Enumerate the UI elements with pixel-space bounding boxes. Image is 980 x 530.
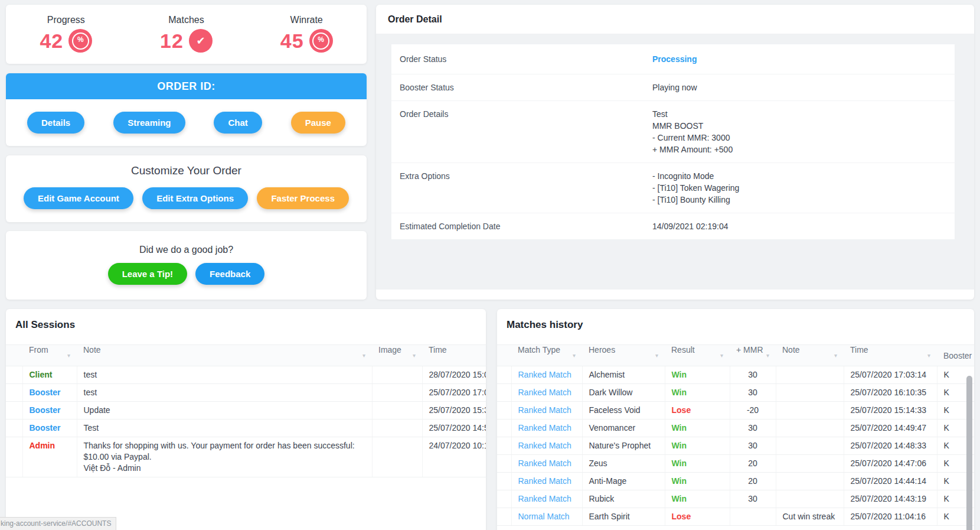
cell-image xyxy=(372,366,422,384)
column-header-image[interactable]: Image▾ xyxy=(372,345,422,366)
column-header-time[interactable]: Time▾ xyxy=(422,345,486,366)
leave-a-tip-button[interactable]: Leave a Tip! xyxy=(108,263,187,285)
matches-history-card: Matches history Match Type▾ Heroes▾ Resu… xyxy=(497,309,974,530)
stat-matches: Matches 12 xyxy=(126,15,247,64)
cell-result: Win xyxy=(665,384,730,402)
cell-time: 25/07/2020 17:03:14 xyxy=(844,366,937,384)
order-detail-body: Order Status Processing Booster Status P… xyxy=(376,34,974,290)
cell-time: 25/07/2020 14:48:33 xyxy=(844,437,937,455)
feedback-button[interactable]: Feedback xyxy=(195,263,264,285)
vertical-scrollbar[interactable] xyxy=(966,376,972,530)
match-type-link[interactable]: Ranked Match xyxy=(518,388,571,397)
customize-card: Customize Your Order Edit Game Account E… xyxy=(6,155,367,222)
table-header-row: From▾ Note▾ Image▾ Time▾ xyxy=(6,345,486,366)
stat-winrate-label: Winrate xyxy=(246,15,367,25)
details-button[interactable]: Details xyxy=(27,112,84,134)
column-header-result[interactable]: Result▾ xyxy=(665,345,730,366)
all-sessions-table: From▾ Note▾ Image▾ Time▾ Client test 28/… xyxy=(6,344,486,477)
cell-note: Thanks for shopping with us. Your paymen… xyxy=(77,437,372,477)
match-type-link[interactable]: Ranked Match xyxy=(518,423,571,433)
cell-result: Win xyxy=(665,473,730,490)
match-row: Ranked Match Nature's Prophet Win 30 25/… xyxy=(497,437,974,455)
check-icon xyxy=(189,29,213,53)
cell-mmr xyxy=(730,508,776,526)
column-header-from[interactable]: From▾ xyxy=(22,345,77,366)
cell-image xyxy=(372,402,422,420)
cell-hero: Earth Spirit xyxy=(582,508,665,526)
cell-note: test xyxy=(77,384,372,402)
match-type-link[interactable]: Ranked Match xyxy=(518,459,571,468)
order-details-label: Order Details xyxy=(391,108,652,155)
cell-hero: Venomancer xyxy=(582,420,665,437)
cell-note xyxy=(776,455,844,473)
cell-from: Client xyxy=(22,366,77,384)
cell-result: Win xyxy=(665,455,730,473)
cell-note: test xyxy=(77,366,372,384)
faster-process-button[interactable]: Faster Process xyxy=(257,187,349,209)
feedback-title: Did we do a good job? xyxy=(6,231,367,255)
column-header-match-type[interactable]: Match Type▾ xyxy=(511,345,582,366)
column-header-time[interactable]: Time▾ xyxy=(844,345,937,366)
table-header-row: Match Type▾ Heroes▾ Result▾ + MMR▾ Note▾… xyxy=(497,345,974,366)
order-detail-row: Extra Options - Incognito Mode - [Ti10] … xyxy=(391,163,955,213)
edit-extra-options-button[interactable]: Edit Extra Options xyxy=(142,187,248,209)
chat-button[interactable]: Chat xyxy=(214,112,262,134)
match-type-link[interactable]: Ranked Match xyxy=(518,441,571,450)
match-type-link[interactable]: Normal Match xyxy=(518,512,570,521)
match-type-link[interactable]: Ranked Match xyxy=(518,405,571,415)
match-type-link[interactable]: Ranked Match xyxy=(518,494,571,503)
cell-time: 25/07/2020 15:3 xyxy=(422,402,486,420)
order-detail-row: Booster Status Playing now xyxy=(391,74,955,101)
edit-game-account-button[interactable]: Edit Game Account xyxy=(24,187,133,209)
cell-hero: Rubick xyxy=(582,490,665,508)
header-spacer xyxy=(497,345,511,366)
cell-mmr: 30 xyxy=(730,420,776,437)
all-sessions-card: All Sessions From▾ Note▾ Image▾ Time▾ Cl… xyxy=(6,309,486,530)
cell-hero: Anti-Mage xyxy=(582,473,665,490)
row-spacer-cell xyxy=(497,366,511,384)
cell-note xyxy=(776,366,844,384)
sort-arrow-icon: ▾ xyxy=(655,345,658,366)
row-spacer-cell xyxy=(497,508,511,526)
streaming-button[interactable]: Streaming xyxy=(113,112,185,134)
row-spacer-cell xyxy=(6,366,22,384)
percent-circle-icon xyxy=(309,29,333,53)
all-sessions-title: All Sessions xyxy=(6,309,486,331)
sort-arrow-icon: ▾ xyxy=(573,345,576,366)
sort-arrow-icon: ▾ xyxy=(927,345,930,366)
cell-hero: Alchemist xyxy=(582,366,665,384)
sort-arrow-icon: ▾ xyxy=(720,345,723,366)
match-row: Ranked Match Rubick Win 30 25/07/2020 14… xyxy=(497,490,974,508)
cell-from: Booster xyxy=(22,420,77,437)
order-detail-row: Estimated Completion Date 14/09/2021 02:… xyxy=(391,213,955,239)
cell-result: Lose xyxy=(665,402,730,420)
row-spacer-cell xyxy=(497,455,511,473)
column-header-note[interactable]: Note▾ xyxy=(776,345,844,366)
match-type-link[interactable]: Ranked Match xyxy=(518,476,571,486)
sort-arrow-icon: ▾ xyxy=(766,345,769,366)
column-header-mmr[interactable]: + MMR▾ xyxy=(730,345,776,366)
cell-time: 25/07/2020 15:14:33 xyxy=(844,402,937,420)
stat-winrate: Winrate 45 xyxy=(246,15,367,64)
extra-options-value: - Incognito Mode - [Ti10] Token Wagering… xyxy=(652,170,955,206)
match-type-link[interactable]: Ranked Match xyxy=(518,370,571,379)
column-header-note[interactable]: Note▾ xyxy=(77,345,372,366)
cell-time: 25/07/2020 11:04:16 xyxy=(844,508,937,526)
row-spacer-cell xyxy=(497,420,511,437)
match-row: Ranked Match Faceless Void Lose -20 25/0… xyxy=(497,402,974,420)
row-spacer-cell xyxy=(6,402,22,420)
cell-time: 25/07/2020 16:10:35 xyxy=(844,384,937,402)
stat-matches-value: 12 xyxy=(160,30,184,53)
pause-button[interactable]: Pause xyxy=(291,112,345,134)
order-details-value: Test MMR BOOST - Current MMR: 3000 + MMR… xyxy=(652,108,955,155)
cell-time: 25/07/2020 14:43:19 xyxy=(844,490,937,508)
cell-note: Test xyxy=(77,420,372,437)
cell-time: 25/07/2020 14:49:47 xyxy=(844,420,937,437)
cell-mmr: 30 xyxy=(730,490,776,508)
sort-arrow-icon: ▾ xyxy=(834,345,837,366)
column-header-heroes[interactable]: Heroes▾ xyxy=(582,345,665,366)
column-header-booster[interactable]: Booster xyxy=(937,345,974,366)
order-detail-row: Order Status Processing xyxy=(391,44,955,74)
cell-result: Win xyxy=(665,366,730,384)
estimated-completion-value: 14/09/2021 02:19:04 xyxy=(652,220,955,232)
